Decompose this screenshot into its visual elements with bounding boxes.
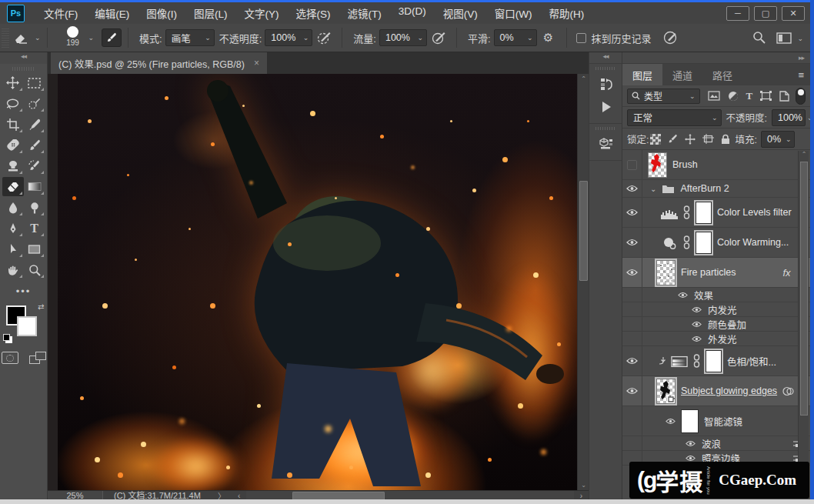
menu-help[interactable]: 帮助(H): [540, 2, 592, 24]
airbrush-icon[interactable]: [429, 28, 448, 47]
edit-toolbar-icon[interactable]: •••: [16, 285, 32, 297]
visibility-toggle[interactable]: [692, 335, 702, 342]
rectangular-marquee-tool[interactable]: [24, 73, 45, 92]
layer-thumbnail[interactable]: [648, 152, 667, 178]
brush-tool[interactable]: [24, 135, 45, 155]
scroll-down-icon[interactable]: ⌄: [578, 482, 589, 489]
mask-link-icon[interactable]: [693, 354, 700, 368]
3d-panel-icon[interactable]: [589, 132, 622, 155]
lock-all-icon[interactable]: [721, 134, 730, 145]
opacity-select[interactable]: 100%⌄: [265, 29, 312, 46]
move-tool[interactable]: [2, 73, 24, 92]
chevron-down-icon[interactable]: ⌄: [35, 34, 41, 42]
screen-mode-button[interactable]: [29, 352, 46, 364]
filter-adjustment-layers-icon[interactable]: [728, 91, 739, 102]
blur-tool[interactable]: [2, 198, 24, 217]
layer-thumbnail[interactable]: [656, 260, 676, 285]
chevron-down-icon[interactable]: ⌄: [88, 34, 95, 42]
layer-row-color-warming[interactable]: Color Warming...: [622, 228, 810, 258]
erase-to-history-checkbox[interactable]: [576, 33, 586, 43]
smart-object-thumbnail[interactable]: [656, 379, 676, 404]
eraser-preset-icon[interactable]: [12, 28, 30, 47]
visibility-toggle[interactable]: [678, 292, 688, 299]
close-button[interactable]: ✕: [782, 6, 805, 21]
filter-name[interactable]: 波浪: [702, 436, 721, 450]
layer-name[interactable]: 智能滤镜: [704, 414, 742, 429]
layer-name[interactable]: Fire particles: [681, 267, 736, 278]
visibility-toggle[interactable]: [622, 346, 642, 375]
layer-row-brush[interactable]: Brush: [622, 150, 810, 180]
layer-row-inner-glow[interactable]: 内发光: [622, 302, 810, 317]
scrollbar-thumb[interactable]: [579, 181, 588, 281]
pressure-size-icon[interactable]: [661, 28, 679, 47]
canvas-vertical-scrollbar[interactable]: ⌃ ⌄: [577, 74, 589, 490]
layers-vertical-scrollbar[interactable]: ⌃: [798, 151, 809, 499]
effect-label[interactable]: 效果: [694, 288, 713, 302]
menu-3d[interactable]: 3D(D): [390, 2, 435, 24]
smoothing-options-gear-icon[interactable]: ⚙: [539, 28, 558, 47]
layer-fill-select[interactable]: 0%⌄: [761, 131, 795, 148]
layer-mask-thumbnail[interactable]: [696, 202, 712, 224]
flow-select[interactable]: 100%⌄: [379, 29, 427, 46]
visibility-toggle[interactable]: [692, 321, 702, 328]
collapse-dock-icon[interactable]: ▸▸: [799, 54, 804, 62]
layer-effects-fx-icon[interactable]: fx: [782, 267, 790, 279]
scroll-left-icon[interactable]: ‹: [232, 492, 246, 500]
history-panel-icon[interactable]: [589, 72, 622, 95]
levels-adjustment-icon[interactable]: [661, 205, 678, 219]
collapse-tools-icon[interactable]: ◂◂: [0, 52, 47, 64]
layer-row-smart-filters[interactable]: 智能滤镜: [622, 406, 810, 436]
effect-label[interactable]: 外发光: [708, 332, 737, 345]
menu-image[interactable]: 图像(I): [138, 2, 185, 24]
visibility-toggle[interactable]: [622, 376, 642, 406]
search-icon[interactable]: [752, 31, 766, 46]
history-brush-tool[interactable]: [24, 156, 45, 175]
effect-label[interactable]: 内发光: [708, 302, 737, 316]
filter-type-select[interactable]: 类型 ⌄: [627, 88, 700, 104]
layer-name[interactable]: Color Warming...: [717, 237, 789, 248]
visibility-toggle[interactable]: [686, 440, 696, 447]
layer-row-color-levels[interactable]: Color Levels filter: [622, 198, 810, 228]
visibility-toggle[interactable]: [622, 198, 642, 227]
layer-row-effects[interactable]: 效果: [622, 288, 810, 302]
swap-colors-icon[interactable]: ⇄: [38, 302, 44, 311]
smoothing-select[interactable]: 0%⌄: [494, 29, 537, 46]
menu-edit[interactable]: 编辑(E): [86, 2, 138, 24]
minimize-button[interactable]: ─: [726, 6, 749, 21]
lock-artboard-icon[interactable]: [702, 134, 714, 144]
color-swatches[interactable]: ⇄: [5, 304, 43, 339]
scrollbar-thumb[interactable]: [292, 492, 385, 500]
smart-filter-icon[interactable]: [782, 386, 794, 396]
visibility-toggle[interactable]: [622, 180, 642, 197]
menu-view[interactable]: 视图(V): [435, 2, 486, 24]
filter-mask-thumbnail[interactable]: [681, 409, 699, 433]
menu-filter[interactable]: 滤镜(T): [339, 2, 390, 24]
layer-name[interactable]: Brush: [672, 159, 698, 170]
lock-transparent-pixels-icon[interactable]: [650, 134, 661, 145]
actions-panel-icon[interactable]: [589, 95, 622, 118]
zoom-tool[interactable]: [24, 260, 45, 279]
tab-paths[interactable]: 路径: [702, 64, 742, 85]
filter-type-layers-icon[interactable]: T: [746, 90, 753, 102]
group-expand-icon[interactable]: ⌄: [650, 185, 656, 193]
eyedropper-tool[interactable]: [24, 115, 45, 134]
visibility-toggle[interactable]: [686, 455, 696, 462]
menu-file[interactable]: 文件(F): [35, 2, 86, 24]
expand-panels-icon[interactable]: ◂◂: [589, 52, 622, 64]
gradient-tool[interactable]: [24, 177, 45, 196]
rectangle-shape-tool[interactable]: [24, 239, 45, 259]
layer-blend-mode-select[interactable]: 正常⌄: [627, 109, 722, 126]
menu-layer[interactable]: 图层(L): [185, 2, 236, 24]
hue-saturation-adjustment-icon[interactable]: [671, 354, 688, 368]
pen-tool[interactable]: [2, 219, 24, 238]
lock-position-icon[interactable]: [685, 134, 696, 145]
tab-channels[interactable]: 通道: [662, 64, 702, 85]
photo-filter-adjustment-icon[interactable]: [661, 235, 678, 249]
layer-row-subject-glowing-edges[interactable]: Subject glowing edges ⌃: [622, 376, 810, 406]
visibility-toggle[interactable]: [622, 258, 642, 287]
layer-row-outer-glow[interactable]: 外发光: [622, 332, 810, 346]
quick-selection-tool[interactable]: [24, 94, 45, 113]
layer-name[interactable]: AfterBurn 2: [680, 183, 729, 194]
filter-smart-objects-icon[interactable]: [779, 91, 789, 102]
scrollbar-thumb[interactable]: [800, 162, 808, 416]
